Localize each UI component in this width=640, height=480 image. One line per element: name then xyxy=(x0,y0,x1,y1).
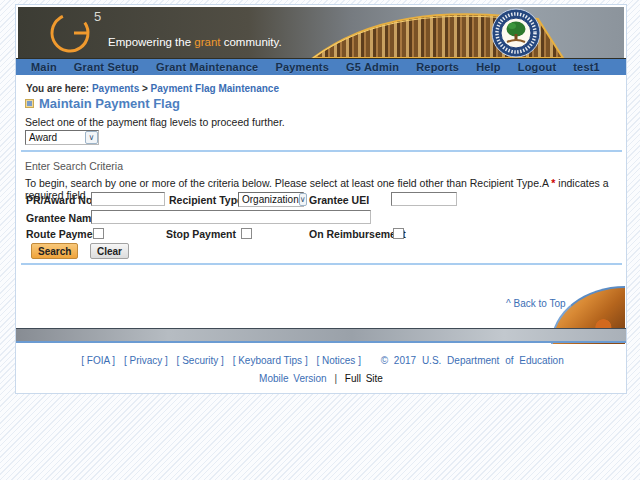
nav-item-grant-setup[interactable]: Grant Setup xyxy=(74,61,139,73)
on-reimbursement-checkbox[interactable] xyxy=(393,228,404,239)
page-title-row: Maintain Payment Flag xyxy=(25,96,180,111)
payment-flag-level-value: Award xyxy=(29,132,57,143)
footer-link-keyboard-tips[interactable]: [ Keyboard Tips ] xyxy=(233,355,308,366)
footer-link-notices[interactable]: [ Notices ] xyxy=(316,355,360,366)
header-banner: 5 Empowering the grant community. xyxy=(18,7,624,58)
footer-version-separator: | xyxy=(334,373,337,384)
footer-link-privacy[interactable]: [ Privacy ] xyxy=(124,355,168,366)
page-title-icon xyxy=(25,99,34,108)
nav-item-main[interactable]: Main xyxy=(31,61,57,73)
recipient-type-select[interactable]: Organization ∨ xyxy=(238,192,304,207)
breadcrumb-link-payments[interactable]: Payments xyxy=(92,83,139,94)
page-title: Maintain Payment Flag xyxy=(39,96,180,111)
footer-copyright: © 2017 U.S. Department of Education xyxy=(381,355,564,366)
breadcrumb-link-payment-flag-maintenance[interactable]: Payment Flag Maintenance xyxy=(151,83,279,94)
clear-button[interactable]: Clear xyxy=(90,243,129,259)
full-site-label: Full Site xyxy=(345,373,383,384)
nav-item-logout[interactable]: Logout xyxy=(518,61,556,73)
nav-item-grant-maintenance[interactable]: Grant Maintenance xyxy=(156,61,258,73)
breadcrumb-separator: > xyxy=(142,83,148,94)
on-reimbursement-label: On Reimbursement xyxy=(309,228,406,240)
section-divider xyxy=(21,263,622,265)
pr-award-no-input[interactable] xyxy=(91,192,165,206)
breadcrumb-prefix: You are here: xyxy=(26,83,89,94)
recipient-type-value: Organization xyxy=(242,194,299,205)
mobile-version-link[interactable]: Mobile Version xyxy=(259,373,327,384)
nav-item-username[interactable]: test1 xyxy=(573,61,600,73)
search-criteria-section-title: Enter Search Criteria xyxy=(25,160,123,172)
route-payment-checkbox[interactable] xyxy=(93,228,104,239)
pr-award-no-label: PR/Award No xyxy=(26,194,92,206)
nav-item-help[interactable]: Help xyxy=(476,61,501,73)
search-instructions-text: To begin, search by one or more of the c… xyxy=(25,177,551,189)
header-tagline: Empowering the grant community. xyxy=(108,36,282,48)
stop-payment-checkbox[interactable] xyxy=(241,228,252,239)
payment-flag-level-select[interactable]: Award ∨ xyxy=(25,130,99,145)
route-payment-label: Route Payment xyxy=(26,228,102,240)
department-of-education-seal-icon xyxy=(492,9,540,57)
main-navigation-bar: Main Grant Setup Grant Maintenance Payme… xyxy=(16,58,626,75)
footer-photo-band xyxy=(16,328,626,343)
g5-logo-5: 5 xyxy=(94,9,101,24)
footer-link-foia[interactable]: [ FOIA ] xyxy=(81,355,115,366)
page-container: 5 Empowering the grant community. Main G… xyxy=(15,4,627,394)
search-button[interactable]: Search xyxy=(31,243,78,259)
nav-item-reports[interactable]: Reports xyxy=(416,61,459,73)
back-to-top-link[interactable]: ^ Back to Top xyxy=(506,298,566,309)
desktop-background: { "header": { "logo_g": "G", "logo_5": "… xyxy=(0,0,640,480)
grantee-uei-input[interactable] xyxy=(391,192,457,206)
footer-link-security[interactable]: [ Security ] xyxy=(177,355,224,366)
grantee-name-label: Grantee Name xyxy=(26,212,97,224)
recipient-type-label-text: Recipient Type xyxy=(169,194,243,206)
chevron-down-icon: ∨ xyxy=(85,131,98,144)
footer-links-row: [ FOIA ] [ Privacy ] [ Security ] [ Keyb… xyxy=(16,355,626,366)
section-divider xyxy=(21,150,622,152)
stop-payment-label: Stop Payment xyxy=(166,228,236,240)
footer-version-row: Mobile Version | Full Site xyxy=(16,373,626,384)
grantee-name-input[interactable] xyxy=(91,210,371,224)
chevron-down-icon: ∨ xyxy=(299,193,307,206)
nav-item-g5-admin[interactable]: G5 Admin xyxy=(346,61,399,73)
level-select-instruction: Select one of the payment flag levels to… xyxy=(25,116,285,128)
grantee-uei-label: Grantee UEI xyxy=(309,194,369,206)
nav-item-payments[interactable]: Payments xyxy=(275,61,329,73)
breadcrumb: You are here: Payments > Payment Flag Ma… xyxy=(26,83,279,94)
